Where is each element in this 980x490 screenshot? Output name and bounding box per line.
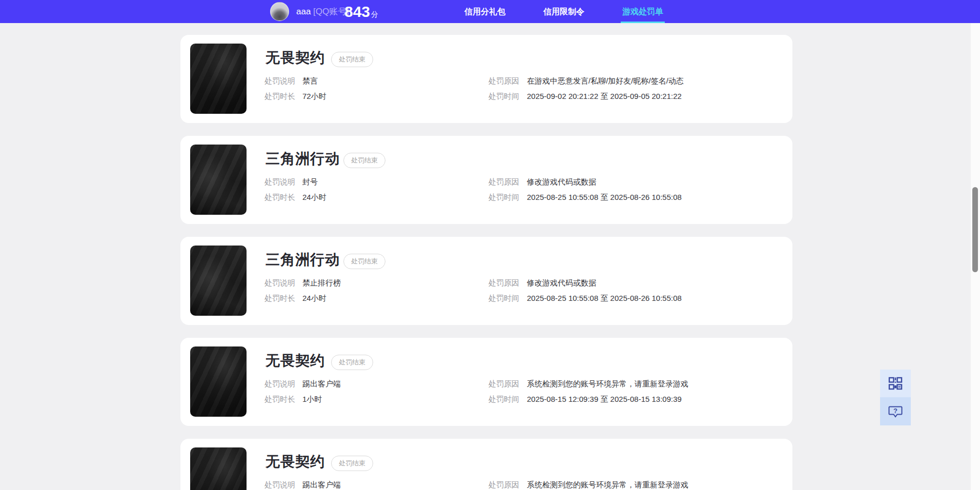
credit-score: 843 分 bbox=[344, 0, 378, 23]
time-label: 处罚时间 bbox=[488, 193, 519, 202]
punishment-time-row: 处罚时间2025-09-02 20:21:22 至 2025-09-05 20:… bbox=[488, 92, 682, 101]
duration-value: 24小时 bbox=[302, 294, 326, 303]
status-badge: 处罚结束 bbox=[343, 153, 385, 168]
reason-label: 处罚原因 bbox=[488, 76, 519, 86]
help-bubble-icon: ? bbox=[888, 404, 903, 419]
punishment-reason-row: 处罚原因修改游戏代码或数据 bbox=[488, 278, 596, 288]
status-badge: 处罚结束 bbox=[331, 456, 373, 471]
duration-label: 处罚时长 bbox=[264, 395, 295, 404]
duration-label: 处罚时长 bbox=[264, 92, 295, 101]
desc-label: 处罚说明 bbox=[264, 480, 295, 490]
game-title: 无畏契约 bbox=[266, 48, 325, 68]
punishment-desc-row: 处罚说明禁止排行榜 bbox=[264, 278, 341, 288]
punishment-desc-row: 处罚说明封号 bbox=[264, 177, 318, 187]
punishment-card: 无畏契约 处罚结束 处罚说明踢出客户端 处罚时长1小时 处罚原因系统检测到您的账… bbox=[180, 338, 792, 426]
qr-code-icon bbox=[888, 376, 903, 391]
desc-value: 禁言 bbox=[302, 76, 318, 86]
duration-value: 72小时 bbox=[302, 92, 326, 101]
reason-value: 在游戏中恶意发言/私聊/加好友/昵称/签名/动态 bbox=[527, 76, 684, 86]
game-thumbnail bbox=[190, 447, 247, 490]
user-nickname: aaa bbox=[296, 7, 311, 16]
svg-text:?: ? bbox=[893, 406, 897, 414]
desc-label: 处罚说明 bbox=[264, 177, 295, 187]
time-value: 2025-08-25 10:55:08 至 2025-08-26 10:55:0… bbox=[527, 193, 682, 202]
punishment-reason-row: 处罚原因系统检测到您的账号环境异常，请重新登录游戏 bbox=[488, 379, 688, 389]
punishment-duration-row: 处罚时长72小时 bbox=[264, 92, 326, 101]
tab-credit-gift[interactable]: 信用分礼包 bbox=[454, 0, 516, 23]
game-thumbnail bbox=[190, 44, 247, 114]
game-thumbnail bbox=[190, 145, 247, 215]
reason-label: 处罚原因 bbox=[488, 379, 519, 389]
time-value: 2025-08-15 12:09:39 至 2025-08-15 13:09:3… bbox=[527, 395, 682, 404]
duration-label: 处罚时长 bbox=[264, 193, 295, 202]
desc-value: 踢出客户端 bbox=[302, 480, 341, 490]
time-value: 2025-08-25 10:55:08 至 2025-08-26 10:55:0… bbox=[527, 294, 682, 303]
game-thumbnail bbox=[190, 246, 247, 316]
game-thumbnail bbox=[190, 346, 247, 417]
punishment-card: 无畏契约 处罚结束 处罚说明踢出客户端 处罚时长 处罚原因系统检测到您的账号环境… bbox=[180, 439, 792, 490]
duration-value: 1小时 bbox=[302, 395, 322, 404]
game-title: 无畏契约 bbox=[266, 452, 325, 472]
punishment-list: 无畏契约 处罚结束 处罚说明禁言 处罚时长72小时 处罚原因在游戏中恶意发言/私… bbox=[180, 35, 792, 490]
account-type: [QQ账号] bbox=[313, 7, 349, 16]
reason-value: 修改游戏代码或数据 bbox=[527, 177, 596, 187]
status-badge: 处罚结束 bbox=[331, 355, 373, 370]
time-label: 处罚时间 bbox=[488, 395, 519, 404]
game-title: 三角洲行动 bbox=[266, 149, 340, 169]
desc-label: 处罚说明 bbox=[264, 76, 295, 86]
punishment-reason-row: 处罚原因在游戏中恶意发言/私聊/加好友/昵称/签名/动态 bbox=[488, 76, 684, 86]
scrollbar-thumb[interactable] bbox=[972, 187, 978, 272]
desc-label: 处罚说明 bbox=[264, 278, 295, 288]
qr-code-button[interactable] bbox=[880, 370, 911, 397]
punishment-duration-row: 处罚时长1小时 bbox=[264, 395, 322, 404]
duration-value: 24小时 bbox=[302, 193, 326, 202]
punishment-duration-row: 处罚时长24小时 bbox=[264, 193, 326, 202]
reason-label: 处罚原因 bbox=[488, 480, 519, 490]
punishment-desc-row: 处罚说明踢出客户端 bbox=[264, 480, 341, 490]
help-feedback-button[interactable]: ? bbox=[880, 397, 911, 425]
reason-label: 处罚原因 bbox=[488, 278, 519, 288]
reason-value: 系统检测到您的账号环境异常，请重新登录游戏 bbox=[527, 480, 688, 490]
credit-score-value: 843 bbox=[344, 0, 370, 23]
punishment-card: 三角洲行动 处罚结束 处罚说明禁止排行榜 处罚时长24小时 处罚原因修改游戏代码… bbox=[180, 237, 792, 325]
game-title: 三角洲行动 bbox=[266, 250, 340, 270]
punishment-time-row: 处罚时间2025-08-25 10:55:08 至 2025-08-26 10:… bbox=[488, 193, 682, 202]
desc-label: 处罚说明 bbox=[264, 379, 295, 389]
tab-game-punishment[interactable]: 游戏处罚单 bbox=[612, 0, 673, 23]
duration-label: 处罚时长 bbox=[264, 294, 295, 303]
status-badge: 处罚结束 bbox=[331, 52, 373, 67]
punishment-card: 三角洲行动 处罚结束 处罚说明封号 处罚时长24小时 处罚原因修改游戏代码或数据… bbox=[180, 136, 792, 224]
scrollbar-track[interactable] bbox=[971, 23, 980, 490]
punishment-desc-row: 处罚说明禁言 bbox=[264, 76, 318, 86]
credit-score-unit: 分 bbox=[371, 3, 378, 26]
punishment-reason-row: 处罚原因系统检测到您的账号环境异常，请重新登录游戏 bbox=[488, 480, 688, 490]
game-title: 无畏契约 bbox=[266, 351, 325, 371]
time-value: 2025-09-02 20:21:22 至 2025-09-05 20:21:2… bbox=[527, 92, 682, 101]
status-badge: 处罚结束 bbox=[343, 254, 385, 269]
punishment-time-row: 处罚时间2025-08-15 12:09:39 至 2025-08-15 13:… bbox=[488, 395, 682, 404]
reason-value: 修改游戏代码或数据 bbox=[527, 278, 596, 288]
punishment-duration-row: 处罚时长24小时 bbox=[264, 294, 326, 303]
top-header: aaa [QQ账号] 843 分 信用分礼包 信用限制令 游戏处罚单 bbox=[0, 0, 980, 23]
user-avatar bbox=[270, 2, 289, 21]
reason-label: 处罚原因 bbox=[488, 177, 519, 187]
desc-value: 封号 bbox=[302, 177, 318, 187]
tab-credit-restriction[interactable]: 信用限制令 bbox=[533, 0, 595, 23]
desc-value: 踢出客户端 bbox=[302, 379, 341, 389]
punishment-reason-row: 处罚原因修改游戏代码或数据 bbox=[488, 177, 596, 187]
user-name: aaa [QQ账号] bbox=[296, 0, 349, 23]
punishment-card: 无畏契约 处罚结束 处罚说明禁言 处罚时长72小时 处罚原因在游戏中恶意发言/私… bbox=[180, 35, 792, 123]
reason-value: 系统检测到您的账号环境异常，请重新登录游戏 bbox=[527, 379, 688, 389]
time-label: 处罚时间 bbox=[488, 294, 519, 303]
desc-value: 禁止排行榜 bbox=[302, 278, 341, 288]
punishment-time-row: 处罚时间2025-08-25 10:55:08 至 2025-08-26 10:… bbox=[488, 294, 682, 303]
time-label: 处罚时间 bbox=[488, 92, 519, 101]
punishment-desc-row: 处罚说明踢出客户端 bbox=[264, 379, 341, 389]
